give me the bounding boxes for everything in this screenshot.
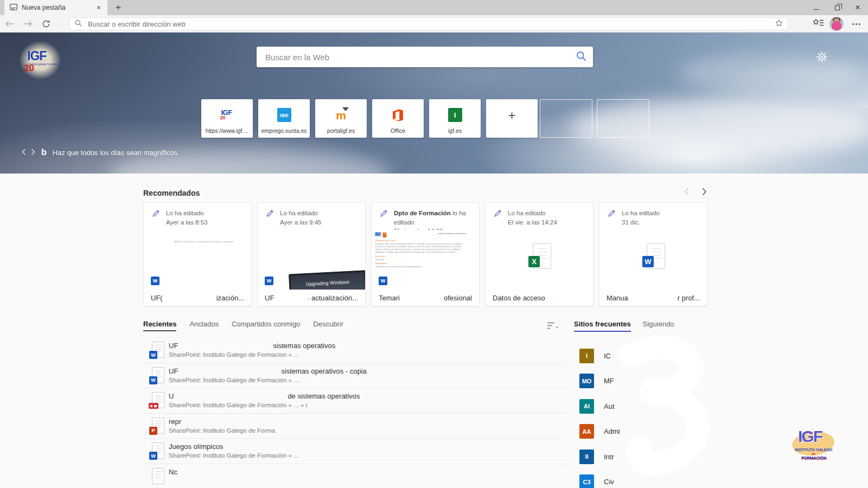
newtab-content: Recomendados Lo ha editadoAyer a las 8:5… xyxy=(0,174,868,488)
emprego-app-icon: app xyxy=(277,108,291,122)
recommended-card[interactable]: Lo ha editadoAyer a las 8:53 WFG19_2 Ins… xyxy=(143,202,252,306)
top-site-tile-office[interactable]: Office xyxy=(372,99,424,138)
web-search-magnifier-icon[interactable] xyxy=(576,51,586,63)
new-tab-button[interactable]: + xyxy=(111,0,126,15)
tab-siguiendo[interactable]: Siguiendo xyxy=(643,320,674,332)
frequent-site-item[interactable]: AA Admi xyxy=(579,419,720,445)
recommended-cards-row: Lo ha editadoAyer a las 8:53 WFG19_2 Ins… xyxy=(143,202,707,306)
document-subtitle: SharePoint: Instituto Galego de Formació… xyxy=(169,402,360,408)
document-row[interactable]: W UFsistemas operativos SharePoint: Inst… xyxy=(143,338,566,363)
carousel-right-chevron-icon[interactable] xyxy=(702,188,707,198)
pencil-icon xyxy=(608,209,616,227)
document-thumbnail: W xyxy=(599,230,707,291)
recommended-card[interactable]: Lo ha editado31 dic. W Manuar prof... xyxy=(599,202,707,306)
top-site-tile-igf-es[interactable]: I igf.es xyxy=(429,99,481,138)
card-title: Manuar prof... xyxy=(599,290,707,306)
top-site-tile-emprego[interactable]: app emprego.xunta.es xyxy=(258,99,310,138)
tab-recientes[interactable]: Recientes xyxy=(143,320,176,331)
address-bar[interactable] xyxy=(69,17,788,30)
recommended-card[interactable]: Lo ha editadoEl vie. a las 14:24 X Datos… xyxy=(485,202,593,306)
tile-label: Office xyxy=(391,127,405,134)
document-title: Ude sistemas operativos xyxy=(169,392,360,400)
tab-descubrir[interactable]: Descubrir xyxy=(313,320,343,331)
document-title: Juegos olímpicos xyxy=(169,442,299,451)
empty-tile-slot[interactable] xyxy=(540,99,592,138)
tab-compartidos[interactable]: Compartidos conmigo xyxy=(232,320,300,331)
add-top-site-tile[interactable]: + xyxy=(486,99,538,138)
frequent-site-item[interactable]: C3 Civ xyxy=(579,470,720,488)
recommended-section-title: Recomendados xyxy=(143,189,200,197)
moodle-icon: m xyxy=(336,110,346,121)
web-search-box[interactable] xyxy=(257,47,593,67)
word-badge-icon: W xyxy=(151,277,159,285)
carousel-left-chevron-icon[interactable] xyxy=(684,188,689,198)
refresh-button[interactable] xyxy=(37,15,55,33)
tab-bar: Nueva pestaña × + × xyxy=(0,0,868,15)
tab-close-icon[interactable]: × xyxy=(94,3,103,12)
igf-site-icon: IGF20 xyxy=(201,107,253,123)
recommended-carousel-nav xyxy=(684,188,707,198)
document-row[interactable]: W UFsistemas operativos - copia SharePoi… xyxy=(143,363,566,389)
close-button[interactable]: × xyxy=(847,0,868,15)
restore-icon xyxy=(835,5,840,10)
recommended-card[interactable]: Dpto de Formación lo ha editadoEl vie. a… xyxy=(371,202,480,306)
plus-icon: + xyxy=(486,108,538,123)
tab-anclados[interactable]: Anclados xyxy=(189,320,218,331)
frequent-sites-tab-bar: Sitios frecuentes Siguiendo xyxy=(574,320,674,332)
document-row[interactable]: W Juegos olímpicos SharePoint: Instituto… xyxy=(143,439,566,464)
tab-sitios-frecuentes[interactable]: Sitios frecuentes xyxy=(574,320,631,332)
sort-icon xyxy=(547,322,559,330)
frequent-site-item[interactable]: MO MF xyxy=(579,369,720,394)
top-site-tile-igf[interactable]: IGF20 https://www.igf.... xyxy=(201,99,253,138)
cloud-decoration xyxy=(678,54,863,92)
next-image-chevron-icon[interactable] xyxy=(31,147,35,157)
thumb-org-text: Instituto Galego de Formación xyxy=(438,232,466,234)
site-label: IC xyxy=(604,352,611,360)
document-thumbnail: Instituto Galego de Formación Objetivos … xyxy=(372,230,479,291)
document-thumbnail: X xyxy=(486,230,593,291)
bing-info-bar: b Haz que todos los días sean magníficos xyxy=(22,147,177,157)
address-input[interactable] xyxy=(87,20,775,29)
add-favorite-star-icon[interactable] xyxy=(775,19,783,29)
video-document-icon xyxy=(149,392,164,410)
thumbnail-photo: Upgrading Windows xyxy=(289,270,365,291)
document-subtitle: SharePoint: Instituto Galego de Formacio… xyxy=(169,351,335,358)
thumb-logo xyxy=(382,232,386,237)
hub-favorites-icon[interactable] xyxy=(813,18,824,29)
minimize-button[interactable] xyxy=(806,0,827,15)
tab-title: Nueva pestaña xyxy=(22,4,94,11)
frequent-site-item[interactable]: AI Aut xyxy=(579,394,720,419)
bing-logo-icon[interactable]: b xyxy=(41,147,47,157)
tab-nueva-pestana[interactable]: Nueva pestaña × xyxy=(4,0,107,15)
previous-image-chevron-icon[interactable] xyxy=(22,147,26,157)
site-initials-tile: MO xyxy=(579,374,594,388)
top-site-tile-portaligf[interactable]: m portaligf.es xyxy=(315,99,367,138)
profile-avatar[interactable] xyxy=(829,17,844,31)
recommended-card[interactable]: Lo ha editadoAyer a las 9:45 Upgrading W… xyxy=(257,202,366,306)
card-title: UF· actualización... xyxy=(258,290,365,306)
sort-filter-button[interactable] xyxy=(547,322,559,332)
document-row[interactable]: Ude sistemas operativos SharePoint: Inst… xyxy=(143,388,566,414)
frequent-site-item[interactable]: II Intr xyxy=(579,444,720,470)
settings-menu-icon[interactable] xyxy=(849,23,864,25)
forward-button[interactable] xyxy=(18,15,37,33)
restore-button[interactable] xyxy=(827,0,847,15)
document-row[interactable]: Nc xyxy=(143,464,566,488)
card-edit-meta: Lo ha editadoAyer a las 9:45 xyxy=(280,209,322,227)
web-search-input[interactable] xyxy=(264,52,576,62)
frequent-site-item[interactable]: I IC xyxy=(579,343,720,369)
frequent-sites-list: I IC MO MF AI Aut AA Admi II Intr C3 Civ xyxy=(579,343,720,488)
document-title: repr xyxy=(169,418,275,426)
empty-tile-slot[interactable] xyxy=(597,99,649,138)
forward-icon xyxy=(23,20,33,28)
page-settings-button[interactable] xyxy=(815,50,829,64)
back-button[interactable] xyxy=(0,15,18,33)
site-initials-tile: AA xyxy=(579,424,594,439)
tile-label: emprego.xunta.es xyxy=(261,127,307,134)
site-label: Admi xyxy=(604,427,620,435)
igf-logo: IGF instituto galego formación 20 xyxy=(23,44,58,76)
document-subtitle: SharePoint: Instituto Galego de Formació… xyxy=(169,377,367,383)
word-document-icon: W xyxy=(149,342,164,359)
document-row[interactable]: P repr SharePoint: Instituto Galego de F… xyxy=(143,414,566,439)
site-initials-tile: C3 xyxy=(579,474,594,488)
